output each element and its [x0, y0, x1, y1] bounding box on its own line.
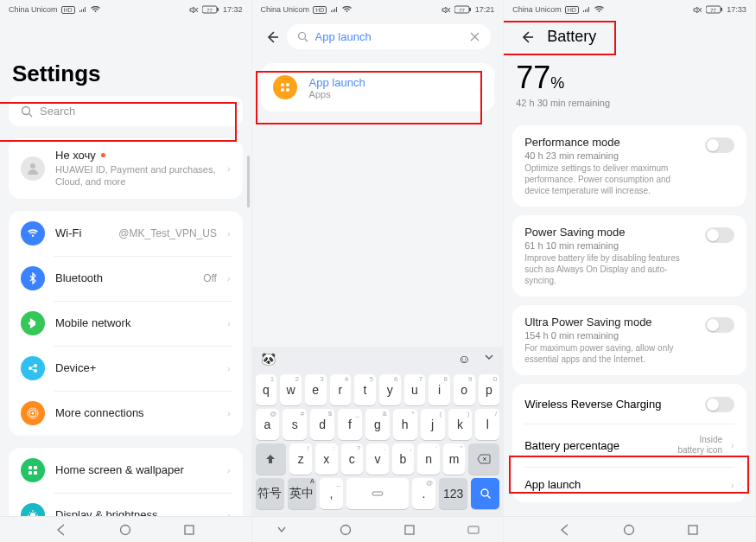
svg-rect-40 [468, 526, 479, 533]
key-d[interactable]: $d [310, 409, 334, 440]
key-s[interactable]: #s [283, 409, 307, 440]
key-k[interactable]: )k [448, 409, 473, 440]
nav-back-icon[interactable] [55, 524, 67, 536]
key-g[interactable]: &g [365, 409, 390, 440]
key-q[interactable]: 1q [256, 374, 277, 405]
status-bar: China Unicom HD 77 17:21 [252, 0, 504, 17]
keyboard-smile-icon[interactable]: ☺ [458, 352, 470, 366]
mode-toggle[interactable] [705, 317, 734, 333]
mode-toggle[interactable] [705, 227, 734, 243]
row-label: App launch [524, 478, 722, 491]
key-symbols[interactable]: 符号 [256, 478, 284, 509]
key-r[interactable]: 4r [330, 374, 352, 405]
svg-point-8 [34, 369, 37, 373]
back-icon[interactable] [264, 29, 280, 45]
battery-row[interactable]: Battery percentageInsidebattery icon› [512, 424, 746, 467]
svg-point-31 [281, 88, 284, 92]
nav-back-icon[interactable] [559, 524, 571, 536]
row-value: Insidebattery icon [677, 435, 722, 456]
nav-recent-icon[interactable] [687, 524, 699, 536]
key-m[interactable]: "m [443, 443, 466, 475]
key-y[interactable]: 6y [379, 374, 401, 405]
wifi-icon [594, 6, 604, 13]
svg-point-7 [34, 364, 37, 367]
chevron-right-icon: › [227, 163, 231, 174]
row-toggle[interactable] [705, 397, 734, 412]
svg-point-36 [481, 489, 488, 496]
key-123[interactable]: 123 [439, 478, 467, 509]
search-field[interactable] [287, 24, 492, 49]
key-z[interactable]: !z [289, 443, 312, 475]
nav-keyboard-icon[interactable] [467, 524, 480, 536]
nav-home-icon[interactable] [119, 524, 131, 536]
key-backspace[interactable] [468, 443, 499, 475]
chevron-right-icon: › [227, 408, 231, 418]
key-lang[interactable]: 英中A [288, 478, 316, 509]
nav-recent-icon[interactable] [183, 524, 195, 536]
mode-card: Power Saving mode 61 h 10 min remaining … [512, 215, 746, 297]
key-n[interactable]: 'n [417, 443, 440, 475]
battery-row[interactable]: App launch› [512, 467, 746, 502]
account-row[interactable]: Не хочу HUAWEI ID, Payment and purchases… [9, 138, 243, 199]
nav-back-icon[interactable] [276, 524, 288, 536]
key-b[interactable]: ,b [392, 443, 415, 475]
keyboard-emoji-alt-icon[interactable]: 🐼 [261, 352, 276, 366]
settings-row[interactable]: Display & brightness › [9, 493, 243, 516]
row-value: @MK_Test_VPN_US [118, 227, 217, 239]
settings-row[interactable]: Wi-Fi @MK_Test_VPN_US › [9, 211, 243, 256]
key-o[interactable]: 9o [454, 374, 475, 405]
search-input[interactable] [315, 30, 463, 43]
clear-icon[interactable] [469, 31, 480, 42]
svg-point-25 [298, 33, 305, 40]
key-u[interactable]: 7u [404, 374, 426, 405]
key-t[interactable]: 5t [354, 374, 376, 405]
nav-home-icon[interactable] [340, 524, 352, 536]
key-c[interactable]: ?c [341, 443, 364, 475]
key-j[interactable]: (j [421, 409, 445, 440]
result-app-launch[interactable]: App launch Apps › [261, 63, 495, 112]
svg-rect-20 [185, 526, 194, 534]
mode-toggle[interactable] [705, 137, 734, 153]
search-input[interactable]: Search [9, 96, 243, 126]
key-space[interactable] [346, 478, 409, 509]
settings-row[interactable]: Bluetooth Off › [9, 256, 243, 301]
keyboard-collapse-icon[interactable] [484, 352, 494, 366]
svg-rect-39 [405, 526, 414, 534]
hd-badge: HD [565, 6, 579, 14]
signal-icon [330, 6, 339, 13]
svg-line-9 [32, 366, 35, 367]
nav-bar [252, 516, 504, 542]
key-p[interactable]: 0p [479, 374, 500, 405]
key-e[interactable]: 3e [305, 374, 327, 405]
key-f[interactable]: _f [338, 409, 362, 440]
key-l[interactable]: /l [475, 409, 499, 440]
key-a[interactable]: @a [256, 409, 280, 440]
key-h[interactable]: *h [393, 409, 417, 440]
key-i[interactable]: 8i [429, 374, 450, 405]
key-x[interactable]: :x [315, 443, 338, 475]
mode-remaining: 40 h 23 min remaining [524, 150, 696, 161]
scroll-indicator [247, 156, 250, 207]
mute-icon [189, 6, 199, 14]
page-title: Settings [12, 61, 239, 87]
nav-recent-icon[interactable] [403, 524, 416, 536]
time-label: 17:21 [475, 5, 495, 14]
row-icon [21, 356, 45, 380]
nav-home-icon[interactable] [623, 524, 635, 536]
key-comma[interactable]: _, [320, 478, 344, 509]
svg-rect-17 [34, 471, 37, 475]
battery-row[interactable]: Wireless Reverse Charging [512, 384, 746, 424]
key-period[interactable]: @. [412, 478, 436, 509]
svg-rect-14 [29, 466, 32, 469]
battery-icon: 77 [706, 5, 723, 14]
key-search[interactable] [471, 478, 499, 509]
back-icon[interactable] [519, 29, 535, 45]
key-v[interactable]: .v [366, 443, 389, 475]
settings-row[interactable]: Device+ › [9, 346, 243, 391]
settings-row[interactable]: Mobile network › [9, 301, 243, 346]
settings-row[interactable]: More connections › [9, 391, 243, 436]
key-shift[interactable] [256, 443, 287, 475]
svg-point-5 [30, 163, 35, 169]
settings-row[interactable]: Home screen & wallpaper › [9, 448, 243, 493]
key-w[interactable]: 2w [280, 374, 302, 405]
